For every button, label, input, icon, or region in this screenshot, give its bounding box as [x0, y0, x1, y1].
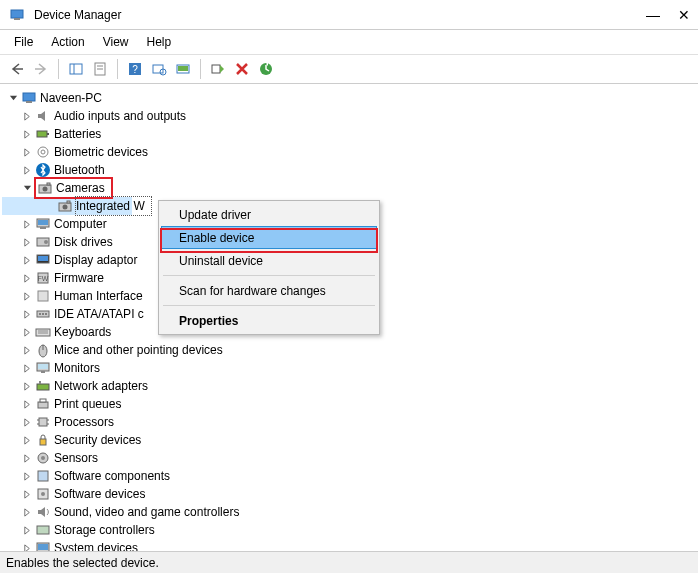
tree-category[interactable]: Batteries	[2, 125, 698, 143]
expand-toggle[interactable]	[20, 379, 34, 393]
refresh-button[interactable]	[255, 58, 277, 80]
expand-toggle[interactable]	[20, 325, 34, 339]
update-driver-button[interactable]	[172, 58, 194, 80]
expand-toggle[interactable]	[20, 271, 34, 285]
computer-icon	[35, 216, 51, 232]
tree-category[interactable]: Processors	[2, 413, 698, 431]
expand-toggle[interactable]	[20, 235, 34, 249]
menu-file[interactable]: File	[6, 32, 41, 52]
expand-toggle[interactable]	[20, 163, 34, 177]
tree-category-label: System devices	[54, 539, 144, 551]
tree-category-label: Display adaptor	[54, 251, 143, 269]
tree-category[interactable]: Biometric devices	[2, 143, 698, 161]
context-menu-item[interactable]: Properties	[161, 309, 377, 332]
tree-category[interactable]: Mice and other pointing devices	[2, 341, 698, 359]
expand-toggle[interactable]	[20, 487, 34, 501]
enable-button[interactable]	[207, 58, 229, 80]
expand-toggle[interactable]	[20, 361, 34, 375]
tree-category-label: Network adapters	[54, 377, 154, 395]
expand-toggle[interactable]	[20, 469, 34, 483]
minimize-button[interactable]: —	[646, 7, 660, 23]
context-menu-item[interactable]: Uninstall device	[161, 249, 377, 272]
expand-toggle[interactable]	[20, 253, 34, 267]
collapse-toggle[interactable]	[20, 181, 34, 195]
cpu-icon	[35, 414, 51, 430]
tree-category[interactable]: Audio inputs and outputs	[2, 107, 698, 125]
keyboard-icon	[35, 324, 51, 340]
tree-category[interactable]: System devices	[2, 539, 698, 551]
camera-icon	[37, 180, 53, 196]
tree-category[interactable]: Security devices	[2, 431, 698, 449]
menu-view[interactable]: View	[95, 32, 137, 52]
tree-category-label: IDE ATA/ATAPI c	[54, 305, 150, 323]
tree-category[interactable]: Sound, video and game controllers	[2, 503, 698, 521]
close-button[interactable]: ✕	[678, 7, 690, 23]
back-button[interactable]	[6, 58, 28, 80]
context-menu-item[interactable]: Enable device	[161, 226, 377, 249]
softcomp-icon	[35, 468, 51, 484]
tree-category-label: Batteries	[54, 125, 107, 143]
expand-toggle[interactable]	[20, 523, 34, 537]
tree-category[interactable]: Monitors	[2, 359, 698, 377]
camera-icon	[57, 198, 73, 214]
expand-toggle[interactable]	[20, 505, 34, 519]
printer-icon	[35, 396, 51, 412]
status-text: Enables the selected device.	[6, 556, 159, 570]
expand-toggle[interactable]	[20, 397, 34, 411]
bluetooth-icon	[35, 162, 51, 178]
tree-category[interactable]: Storage controllers	[2, 521, 698, 539]
titlebar: Device Manager — ✕	[0, 0, 698, 30]
mouse-icon	[35, 342, 51, 358]
tree-category[interactable]: Software components	[2, 467, 698, 485]
expand-toggle[interactable]	[20, 127, 34, 141]
scan-hardware-button[interactable]	[148, 58, 170, 80]
properties-button[interactable]	[89, 58, 111, 80]
highlight-box: Cameras	[34, 177, 113, 199]
tree-category-label: Monitors	[54, 359, 106, 377]
expand-toggle[interactable]	[20, 145, 34, 159]
firmware-icon	[35, 270, 51, 286]
toolbar: ?	[0, 54, 698, 84]
uninstall-button[interactable]	[231, 58, 253, 80]
expand-toggle[interactable]	[20, 217, 34, 231]
expand-toggle[interactable]	[20, 289, 34, 303]
tree-category-label: Keyboards	[54, 323, 117, 341]
tree-category-label: Software components	[54, 467, 176, 485]
tree-root-node[interactable]: Naveen-PC	[2, 89, 698, 107]
expand-toggle[interactable]	[20, 307, 34, 321]
collapse-toggle[interactable]	[6, 91, 20, 105]
expand-toggle[interactable]	[20, 541, 34, 551]
svg-rect-62	[212, 65, 220, 73]
tree-category-label: Sensors	[54, 449, 104, 467]
tree-device[interactable]: Integrated W	[2, 197, 132, 215]
menu-help[interactable]: Help	[139, 32, 180, 52]
forward-button[interactable]	[30, 58, 52, 80]
audio-icon	[35, 108, 51, 124]
expand-toggle[interactable]	[20, 415, 34, 429]
tree-category[interactable]: Software devices	[2, 485, 698, 503]
tree-category[interactable]: Network adapters	[2, 377, 698, 395]
expand-toggle[interactable]	[20, 433, 34, 447]
monitor-icon	[35, 360, 51, 376]
softdev-icon	[35, 486, 51, 502]
help-button[interactable]: ?	[124, 58, 146, 80]
expand-toggle[interactable]	[20, 451, 34, 465]
context-menu-item[interactable]: Scan for hardware changes	[161, 279, 377, 302]
tree-category-label: Disk drives	[54, 233, 119, 251]
expand-toggle[interactable]	[20, 343, 34, 357]
expand-toggle[interactable]	[20, 109, 34, 123]
tree-category[interactable]: Print queues	[2, 395, 698, 413]
tree-category[interactable]: Sensors	[2, 449, 698, 467]
tree-category-label: Print queues	[54, 395, 127, 413]
svg-rect-61	[178, 66, 188, 71]
pc-icon	[21, 90, 37, 106]
context-menu: Update driverEnable deviceUninstall devi…	[158, 200, 380, 335]
tree-category-label: Biometric devices	[54, 143, 154, 161]
hid-icon	[35, 288, 51, 304]
menu-action[interactable]: Action	[43, 32, 92, 52]
tree-category[interactable]: Cameras	[2, 179, 698, 197]
svg-text:?: ?	[132, 64, 138, 75]
show-hide-tree-button[interactable]	[65, 58, 87, 80]
app-icon	[9, 7, 25, 23]
context-menu-item[interactable]: Update driver	[161, 203, 377, 226]
